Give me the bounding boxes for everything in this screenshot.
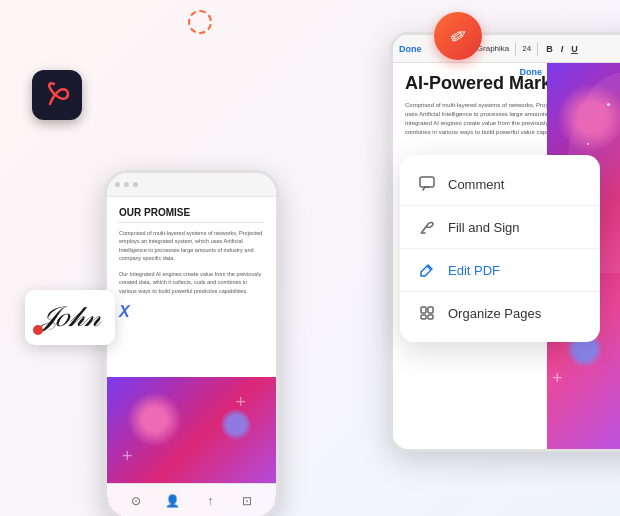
svg-rect-0	[420, 177, 434, 187]
nav-share-icon[interactable]: ↑	[201, 492, 219, 510]
toolbar-font-name: Graphika	[477, 44, 509, 53]
phone-blob-1	[127, 392, 182, 447]
phone-signature-x: X	[119, 303, 264, 321]
phone-divider	[119, 222, 264, 223]
star-dot-2	[587, 143, 589, 145]
organize-icon	[416, 302, 438, 324]
phone-text-1: Comprised of multi-layered systems of ne…	[119, 229, 264, 262]
scene: Done Graphika 24 B I U ≡ ≔ ⋯	[0, 0, 620, 516]
tool-panel: Comment Fill and Sign Edit PDF	[400, 155, 600, 342]
tool-item-comment[interactable]: Comment	[400, 163, 600, 206]
signature-badge: 𝒥𝑜𝒽𝓃	[25, 290, 115, 345]
svg-rect-3	[428, 307, 433, 313]
phone-dot-1	[115, 182, 120, 187]
pencil-icon: ✏	[445, 21, 472, 50]
star-dot-1	[607, 103, 610, 106]
edit-pdf-label: Edit PDF	[448, 263, 500, 278]
svg-rect-4	[421, 315, 426, 319]
signature-text: 𝒥𝑜𝒽𝓃	[40, 301, 100, 334]
toolbar-done-btn[interactable]: Done	[399, 44, 422, 54]
edit-pdf-icon	[416, 259, 438, 281]
svg-rect-2	[421, 307, 426, 313]
phone-text-2: Our Integrated AI engines create value f…	[119, 270, 264, 295]
fill-sign-label: Fill and Sign	[448, 220, 520, 235]
phone-navbar: ⊙ 👤 ↑ ⊡	[107, 483, 276, 516]
phone-plus-2: +	[122, 446, 133, 467]
svg-rect-5	[428, 315, 433, 319]
fill-sign-icon	[416, 216, 438, 238]
comment-icon	[416, 173, 438, 195]
nav-home-icon[interactable]: ⊙	[127, 492, 145, 510]
acrobat-badge	[32, 70, 82, 120]
comment-label: Comment	[448, 177, 504, 192]
nav-user-icon[interactable]: 👤	[164, 492, 182, 510]
tablet-inline-done[interactable]: Done	[520, 67, 543, 77]
phone-dot-3	[133, 182, 138, 187]
phone-title: OUR PROMISE	[119, 207, 264, 218]
signature-red-dot	[33, 325, 43, 335]
phone-device: OUR PROMISE Comprised of multi-layered s…	[104, 170, 279, 516]
plus-icon-2: +	[552, 368, 563, 389]
phone-top-bar	[107, 173, 276, 197]
nav-box-icon[interactable]: ⊡	[238, 492, 256, 510]
toolbar-italic-btn[interactable]: I	[559, 43, 566, 55]
phone-plus-1: +	[235, 392, 246, 413]
toolbar-underline-btn[interactable]: U	[569, 43, 580, 55]
tool-item-fill-sign[interactable]: Fill and Sign	[400, 206, 600, 249]
toolbar-bold-btn[interactable]: B	[544, 43, 555, 55]
toolbar-separator-2	[537, 42, 538, 56]
tablet-dashed-border: Done Graphika 24 B I U ≡ ≔ ⋯	[188, 10, 212, 34]
tablet-toolbar: Done Graphika 24 B I U ≡ ≔ ⋯	[393, 35, 620, 63]
phone-dot-2	[124, 182, 129, 187]
acrobat-icon	[42, 80, 72, 110]
pencil-badge: ✏	[434, 12, 482, 60]
toolbar-separator	[515, 42, 516, 56]
tool-item-organize[interactable]: Organize Pages	[400, 292, 600, 334]
organize-label: Organize Pages	[448, 306, 541, 321]
phone-content: OUR PROMISE Comprised of multi-layered s…	[107, 197, 276, 339]
tool-item-edit-pdf[interactable]: Edit PDF	[400, 249, 600, 292]
toolbar-font-size: 24	[522, 44, 531, 53]
